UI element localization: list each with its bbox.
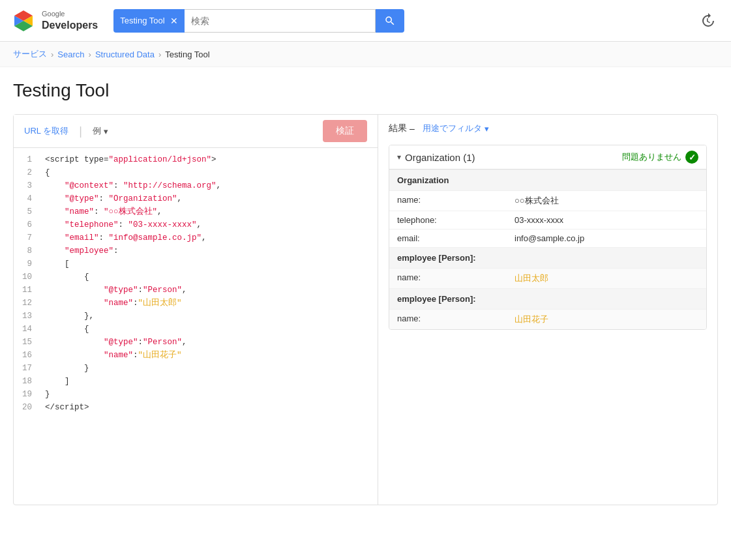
breadcrumb-service[interactable]: サービス — [13, 48, 47, 60]
example-label: 例 — [93, 125, 101, 137]
breadcrumb-search[interactable]: Search — [57, 50, 84, 59]
org-title: Organization (1) — [405, 152, 475, 163]
field-name-name: name: — [389, 191, 507, 211]
search-input[interactable] — [185, 9, 376, 33]
results-dash: – — [407, 123, 417, 134]
breadcrumb-sep-2: › — [89, 50, 91, 59]
search-chip: Testing Tool ✕ — [113, 9, 184, 33]
table-row-telephone: telephone: 03-xxxx-xxxx — [389, 211, 706, 229]
code-toolbar: URL を取得 | 例 ▾ 検証 — [14, 115, 378, 148]
table-row-employee1-name: name: 山田太郎 — [389, 269, 706, 289]
field-value-telephone: 03-xxxx-xxxx — [507, 211, 706, 229]
check-icon: ✓ — [685, 151, 698, 164]
org-card-header-right: 問題ありません ✓ — [622, 151, 698, 164]
table-row-email: email: info@sample.co.jp — [389, 229, 706, 248]
field-value-email: info@sample.co.jp — [507, 229, 706, 248]
table-header-row: Organization — [389, 170, 706, 191]
results-label: 結果 — [389, 123, 407, 134]
search-chip-label: Testing Tool — [120, 16, 164, 25]
field-value-name: ○○株式会社 — [507, 191, 706, 211]
collapse-icon: ▾ — [397, 153, 401, 162]
breadcrumb-sep-1: › — [51, 50, 53, 59]
history-icon — [700, 13, 715, 29]
field-name-employee2: name: — [389, 310, 507, 330]
search-bar: Testing Tool ✕ — [113, 9, 404, 33]
results-panel: 結果 – 用途でフィルタ ▾ ▾ Organization (1) 問題ありませ… — [378, 115, 717, 505]
field-value-employee1: 山田太郎 — [507, 269, 706, 289]
example-button[interactable]: 例 ▾ — [93, 125, 108, 137]
table-row-name: name: ○○株式会社 — [389, 191, 706, 211]
search-chip-close-icon[interactable]: ✕ — [170, 16, 178, 25]
page-title: Testing Tool — [13, 80, 718, 101]
breadcrumb-structured-data[interactable]: Structured Data — [95, 50, 155, 59]
field-name-telephone: telephone: — [389, 211, 507, 229]
results-header: 結果 – 用途でフィルタ ▾ — [389, 123, 707, 134]
org-card: ▾ Organization (1) 問題ありません ✓ Organizatio… — [389, 145, 707, 330]
org-card-header[interactable]: ▾ Organization (1) 問題ありません ✓ — [389, 145, 706, 169]
code-content[interactable]: <script type="application/ld+json"> { "@… — [40, 153, 378, 499]
table-row-employee2-header: employee [Person]: — [389, 289, 706, 310]
logo-text: Google Developers — [42, 10, 98, 31]
url-fetch-button[interactable]: URL を取得 — [24, 125, 68, 137]
validate-button[interactable]: 検証 — [323, 120, 367, 142]
logo-developers: Developers — [42, 19, 98, 31]
employee2-header: employee [Person]: — [389, 289, 706, 310]
google-logo-icon — [10, 8, 37, 34]
org-card-header-left: ▾ Organization (1) — [397, 152, 475, 163]
chevron-down-icon: ▾ — [104, 126, 108, 136]
filter-label: 用途でフィルタ — [423, 123, 482, 134]
code-area[interactable]: 12345 678910 1112131415 1617181920 <scri… — [14, 148, 378, 505]
no-issues-label: 問題ありません — [622, 151, 681, 163]
results-filter[interactable]: 用途でフィルタ ▾ — [423, 123, 489, 134]
line-numbers: 12345 678910 1112131415 1617181920 — [14, 153, 40, 499]
breadcrumb: サービス › Search › Structured Data › Testin… — [0, 42, 731, 67]
logo-google: Google — [42, 10, 98, 18]
breadcrumb-current: Testing Tool — [165, 50, 209, 59]
data-table: Organization name: ○○株式会社 telephone: 03-… — [389, 169, 706, 329]
search-button[interactable] — [376, 9, 404, 33]
field-value-employee2: 山田花子 — [507, 310, 706, 330]
search-icon — [384, 15, 396, 27]
history-button[interactable] — [694, 8, 721, 34]
table-row-employee1-header: employee [Person]: — [389, 248, 706, 269]
page-title-area: Testing Tool — [0, 67, 731, 108]
employee1-header: employee [Person]: — [389, 248, 706, 269]
breadcrumb-sep-3: › — [158, 50, 161, 59]
logo[interactable]: Google Developers — [10, 8, 98, 34]
table-section-header: Organization — [389, 170, 706, 191]
main-content: URL を取得 | 例 ▾ 検証 12345 678910 1112131415… — [13, 114, 718, 505]
code-panel: URL を取得 | 例 ▾ 検証 12345 678910 1112131415… — [14, 115, 378, 505]
header: Google Developers Testing Tool ✕ — [0, 0, 731, 42]
field-name-employee1: name: — [389, 269, 507, 289]
field-name-email: email: — [389, 229, 507, 248]
filter-chevron-icon: ▾ — [485, 124, 489, 134]
table-row-employee2-name: name: 山田花子 — [389, 310, 706, 330]
toolbar-separator: | — [79, 125, 82, 138]
